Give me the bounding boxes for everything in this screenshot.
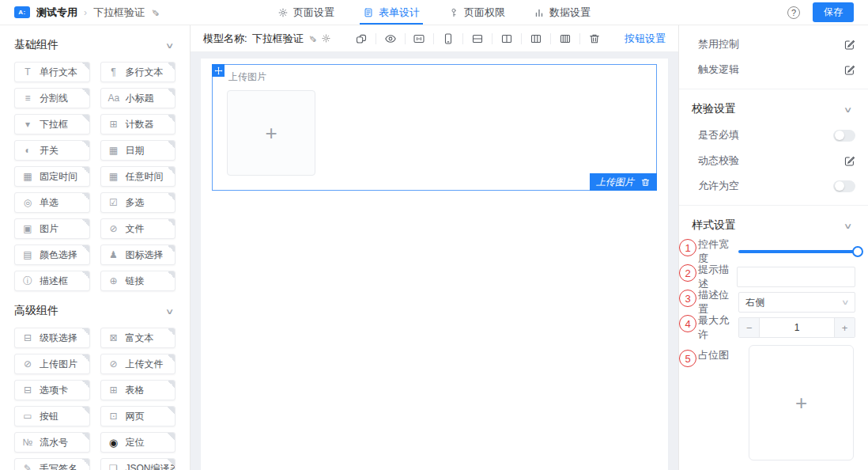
chevron-down-icon: ∨ (164, 41, 174, 50)
cascade-select-icon: ⊟ (22, 333, 33, 343)
annotation-circle-2: 2 (679, 264, 696, 282)
three-column-icon[interactable] (530, 32, 542, 45)
edit-square-icon[interactable] (843, 25, 855, 26)
component-table[interactable]: ⊞表格 (100, 380, 176, 400)
component-image[interactable]: ▣图片 (14, 218, 90, 239)
component-single-line-text[interactable]: T单行文本 (14, 62, 90, 82)
placeholder-image-dropzone[interactable]: + (749, 345, 854, 461)
component-multi-line-text[interactable]: ¶多行文本 (100, 62, 176, 82)
fold-corner (168, 433, 175, 440)
slider-knob[interactable] (852, 246, 863, 257)
button-settings-link[interactable]: 按钮设置 (625, 32, 666, 46)
annotation-circle-3: 3 (679, 290, 696, 307)
component-button-component[interactable]: ▭按钮 (14, 406, 90, 426)
tab-form-design[interactable]: 表单设计 (363, 0, 420, 25)
sidebar-section-title[interactable]: 基础组件∨ (14, 38, 175, 52)
component-tab-card[interactable]: ⊟选项卡 (14, 380, 90, 400)
color-picker-icon: ▤ (22, 250, 33, 260)
property-panel: 显示控制 禁用控制 触发逻辑 校验设置 ∨ 是否必填 动态校 (678, 25, 868, 470)
stepper-plus-button[interactable]: + (834, 318, 855, 337)
model-name-label: 模型名称: (203, 32, 247, 46)
save-button[interactable]: 保存 (813, 2, 854, 22)
top-bar: A: 测试专用 › 下拉框验证 ✎ 页面设置 表单设计 页面权限 数据设置 ? … (0, 0, 868, 25)
fold-corner (168, 271, 175, 279)
file-attachment-icon: ⊘ (108, 224, 119, 233)
edit-title-icon[interactable]: ✎ (149, 8, 160, 16)
annotation-circle-5: 5 (679, 350, 696, 367)
fold-corner (82, 459, 89, 466)
component-upload-image[interactable]: ⊘上传图片 (14, 354, 90, 374)
required-toggle[interactable] (833, 130, 855, 142)
help-icon[interactable]: ? (787, 6, 800, 19)
edit-square-icon[interactable] (843, 64, 855, 76)
component-icon-picker[interactable]: ♟图标选择 (100, 244, 176, 265)
stepper-value[interactable]: 1 (760, 318, 834, 337)
fold-corner (168, 167, 175, 174)
plus-icon: + (265, 123, 277, 143)
component-rich-text[interactable]: ⊠富文本 (100, 328, 176, 348)
header-actions: ? 保存 (787, 2, 854, 22)
edit-square-icon[interactable] (843, 39, 855, 51)
eye-icon[interactable] (384, 32, 397, 45)
form-canvas-area: 模型名称: 下拉框验证 ✎ (191, 25, 678, 470)
description-position-select[interactable]: 右侧 ∨ (738, 292, 855, 313)
component-radio[interactable]: ◎单选 (14, 192, 90, 213)
two-column-icon[interactable] (500, 32, 513, 45)
width-slider[interactable] (738, 246, 862, 257)
image-upload-dropzone[interactable]: + (227, 90, 315, 176)
fold-corner (168, 115, 175, 122)
tab-page-settings[interactable]: 页面设置 (277, 0, 334, 25)
split-row-icon[interactable] (471, 32, 484, 45)
component-counter[interactable]: ⊞计数器 (100, 114, 176, 135)
component-signature[interactable]: ✎手写签名 (14, 458, 90, 470)
component-divider[interactable]: ≡分割线 (14, 88, 90, 108)
component-cascade-select[interactable]: ⊟级联选择 (14, 328, 90, 348)
component-any-time[interactable]: ▦任意时间 (100, 166, 176, 187)
breadcrumb-app[interactable]: 测试专用 (36, 6, 77, 20)
style-section-header[interactable]: 样式设置 ∨ (692, 212, 855, 239)
component-file-attachment[interactable]: ⊘文件 (100, 218, 176, 239)
component-fixed-time[interactable]: ▦固定时间 (14, 166, 90, 187)
chevron-down-icon: ∨ (843, 105, 852, 114)
panel-row-description-position: 描述位置 右侧 ∨ (692, 290, 855, 315)
component-webpage[interactable]: ⊡网页 (100, 406, 176, 426)
tab-data-settings[interactable]: 数据设置 (534, 0, 591, 25)
component-checkbox[interactable]: ☑多选 (100, 192, 176, 213)
app-logo[interactable]: A: (14, 6, 30, 18)
model-settings-gear-icon[interactable] (321, 33, 331, 44)
field-type-badge: 上传图片 (590, 173, 657, 191)
link-icon[interactable] (355, 32, 368, 45)
delete-field-icon[interactable] (640, 177, 651, 188)
component-date[interactable]: ▦日期 (100, 140, 176, 161)
validation-section-header[interactable]: 校验设置 ∨ (692, 96, 855, 123)
move-handle-icon[interactable] (212, 64, 225, 77)
component-subtitle[interactable]: Aa小标题 (100, 88, 176, 108)
card-icon[interactable] (413, 32, 425, 45)
four-column-icon[interactable] (559, 32, 572, 45)
edit-square-icon[interactable] (843, 155, 855, 167)
component-serial-number[interactable]: №流水号 (14, 432, 90, 453)
panel-row-required: 是否必填 (692, 123, 855, 148)
stepper-minus-button[interactable]: − (739, 318, 760, 337)
description-icon: ⓘ (22, 276, 33, 286)
hint-input[interactable] (737, 267, 855, 287)
form-sheet[interactable]: 上传图片 + 上传图片 (201, 59, 668, 470)
component-switch[interactable]: ◐开关 (14, 140, 90, 161)
component-dropdown[interactable]: ▾下拉框 (14, 114, 90, 135)
tab-page-permissions[interactable]: 页面权限 (448, 0, 505, 25)
sidebar-section-title[interactable]: 高级组件∨ (14, 304, 175, 318)
allow-empty-toggle[interactable] (833, 180, 855, 192)
component-color-picker[interactable]: ▤颜色选择 (14, 244, 90, 265)
panel-row-clipped: 显示控制 (692, 25, 855, 32)
panel-divider (679, 205, 868, 206)
selected-field-upload-image[interactable]: 上传图片 + 上传图片 (212, 64, 657, 191)
form-icon (363, 7, 374, 18)
component-json-editor[interactable]: ❏JSON编译器 (100, 458, 176, 470)
component-link-field[interactable]: ⊕链接 (100, 271, 176, 291)
component-description[interactable]: ⓘ描述框 (14, 271, 90, 291)
trash-icon[interactable] (588, 32, 601, 45)
component-location[interactable]: ◉定位 (100, 432, 176, 453)
mobile-icon[interactable] (442, 32, 455, 45)
edit-model-name-icon[interactable]: ✎ (307, 34, 318, 42)
component-upload-file[interactable]: ⊘上传文件 (100, 354, 176, 374)
